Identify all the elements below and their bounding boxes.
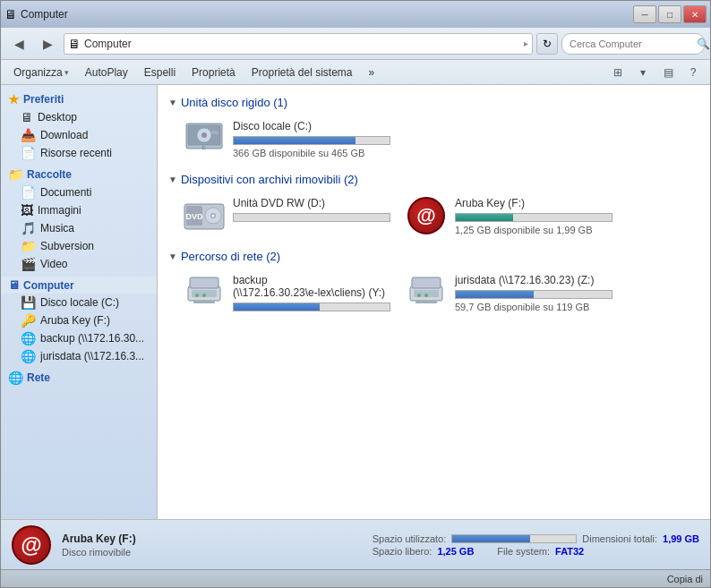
sidebar-item-label-backup: backup (\\172.16.30... — [40, 332, 144, 345]
sidebar-section-header-preferiti[interactable]: ★ Preferiti — [1, 90, 157, 108]
drive-bar-container-backup-y — [233, 303, 390, 311]
removable-arrow: ▼ — [168, 175, 177, 184]
close-button[interactable]: ✕ — [683, 5, 707, 23]
status-item-name: Aruba Key (F:) — [62, 533, 362, 545]
menu-organizza-label: Organizza — [13, 66, 63, 79]
drive-info-jurisdata-z: jurisdata (\\172.16.30.23) (Z:) 59,7 GB … — [455, 274, 612, 312]
drive-icon-jurisdata-z — [405, 274, 448, 306]
network-title: Percorso di rete (2) — [181, 250, 280, 263]
aruba-key-icon: 🔑 — [21, 313, 36, 328]
sidebar-item-desktop[interactable]: 🖥 Desktop — [1, 108, 157, 126]
aruba-img: @ — [407, 197, 445, 234]
status-used-bar-fill — [452, 535, 530, 542]
drive-item-aruba[interactable]: @ Aruba Key (F:) 1,25 GB disponibile su … — [401, 193, 616, 239]
drive-size-aruba: 1,25 GB disponibile su 1,99 GB — [455, 225, 612, 235]
menu-autoplay[interactable]: AutoPlay — [78, 64, 135, 81]
sidebar-section-label-preferiti: Preferiti — [23, 93, 64, 106]
drive-icon-backup-y — [183, 274, 226, 306]
refresh-button[interactable]: ↻ — [536, 33, 558, 55]
view-details-button[interactable]: ⊞ — [606, 63, 630, 82]
network-backup-icon-svg — [184, 274, 224, 306]
sidebar-section-header-computer[interactable]: 🖥 Computer — [1, 277, 157, 294]
drive-bar-jurisdata-z — [456, 291, 534, 298]
title-bar-left: 🖥 Computer — [4, 7, 68, 21]
documenti-icon: 📄 — [21, 185, 36, 200]
sidebar-section-header-raccolte[interactable]: 📁 Raccolte — [1, 166, 157, 183]
content-area: ▼ Unità disco rigido (1) C: — [158, 85, 710, 519]
drive-bar-container-local-c — [233, 136, 390, 145]
drive-name-local-c: Disco locale (C:) — [233, 120, 390, 132]
svg-text:DVD: DVD — [185, 212, 203, 221]
video-icon: 🎬 — [21, 257, 36, 271]
svg-rect-17 — [193, 301, 215, 303]
status-used-row: Spazio utilizzato: Dimensioni totali: 1,… — [373, 533, 699, 544]
view-controls: ⊞ ▾ ▤ ? — [606, 63, 705, 82]
menu-espelli[interactable]: Espelli — [137, 64, 183, 81]
svg-point-22 — [424, 294, 428, 297]
sidebar-section-label-raccolte: Raccolte — [27, 168, 72, 181]
desktop-icon: 🖥 — [21, 110, 33, 124]
maximize-button[interactable]: □ — [658, 5, 681, 23]
search-icon: 🔍 — [697, 38, 710, 50]
drive-icon-dvd: DVD — [183, 197, 226, 234]
drive-bar-container-aruba — [455, 213, 612, 222]
drive-info-local-c: Disco locale (C:) 366 GB disponibile su … — [233, 120, 390, 158]
drive-item-backup-y[interactable]: backup(\\172.16.30.23\e-lex\cliens) (Y:) — [179, 270, 394, 318]
toolbar: ◀ ▶ 🖥 Computer ▸ ↻ 🔍 — [1, 28, 710, 60]
sidebar-item-video[interactable]: 🎬 Video — [1, 255, 157, 273]
search-bar[interactable]: 🔍 — [561, 33, 705, 55]
sidebar-section-header-rete[interactable]: 🌐 Rete — [1, 369, 157, 387]
sidebar-item-disco-locale[interactable]: 💾 Disco locale (C:) — [1, 294, 157, 311]
menu-proprieta-sistema[interactable]: Proprietà del sistema — [244, 64, 360, 81]
sidebar-item-download[interactable]: 📥 Download — [1, 126, 157, 144]
status-details: Spazio utilizzato: Dimensioni totali: 1,… — [373, 533, 699, 557]
sidebar-item-label-desktop: Desktop — [38, 111, 77, 124]
svg-rect-14 — [190, 277, 218, 288]
status-free-label: Spazio libero: — [373, 546, 433, 557]
svg-rect-20 — [412, 277, 441, 288]
menu-autoplay-label: AutoPlay — [85, 66, 128, 79]
sidebar-item-musica[interactable]: 🎵 Musica — [1, 219, 157, 237]
sidebar-item-label-subversion: Subversion — [40, 240, 94, 252]
bottom-bar: Copia di — [1, 569, 710, 587]
menu-organizza[interactable]: Organizza ▾ — [6, 64, 76, 81]
search-input[interactable] — [570, 38, 693, 49]
view-arrow-button[interactable]: ▾ — [631, 63, 655, 82]
drive-bar-aruba — [456, 214, 513, 221]
view-help-button[interactable]: ? — [681, 63, 705, 82]
view-panel-button[interactable]: ▤ — [656, 63, 680, 82]
svg-point-3 — [201, 132, 207, 138]
drive-info-backup-y: backup(\\172.16.30.23\e-lex\cliens) (Y:) — [233, 274, 390, 314]
sidebar-item-aruba-key[interactable]: 🔑 Aruba Key (F:) — [1, 311, 157, 329]
sidebar-item-label-disco-locale: Disco locale (C:) — [40, 296, 119, 309]
drive-item-jurisdata-z[interactable]: jurisdata (\\172.16.30.23) (Z:) 59,7 GB … — [401, 270, 616, 318]
address-bar[interactable]: 🖥 Computer ▸ — [64, 33, 533, 55]
menu-more[interactable]: » — [362, 64, 382, 81]
sidebar-item-immagini[interactable]: 🖼 Immagini — [1, 201, 157, 219]
sidebar-item-risorse-recenti[interactable]: 📄 Risorse recenti — [1, 144, 157, 162]
minimize-button[interactable]: ─ — [633, 5, 656, 23]
drive-item-dvd[interactable]: DVD Unità DVD RW (D:) — [179, 193, 394, 239]
back-button[interactable]: ◀ — [6, 32, 31, 55]
menu-organizza-arrow: ▾ — [64, 68, 69, 77]
removable-section-header: ▼ Dispositivi con archivi rimovibili (2) — [168, 173, 699, 186]
sidebar-item-jurisdata[interactable]: 🌐 jurisdata (\\172.16.3... — [1, 347, 157, 365]
address-bar-text: Computer — [84, 38, 520, 50]
menu-more-label: » — [369, 66, 375, 79]
svg-point-16 — [202, 294, 206, 297]
sidebar-item-subversion[interactable]: 📁 Subversion — [1, 237, 157, 255]
immagini-icon: 🖼 — [21, 203, 33, 217]
sidebar-item-backup[interactable]: 🌐 backup (\\172.16.30... — [1, 329, 157, 347]
drive-item-local-c[interactable]: C: Disco locale (C:) 366 GB disponibile … — [179, 116, 394, 162]
menu-proprieta[interactable]: Proprietà — [184, 64, 243, 81]
menu-proprieta-sistema-label: Proprietà del sistema — [252, 66, 353, 79]
drive-name-aruba: Aruba Key (F:) — [455, 197, 612, 209]
drive-info-dvd: Unità DVD RW (D:) — [233, 197, 390, 225]
forward-button[interactable]: ▶ — [35, 32, 60, 55]
hard-disks-grid: C: Disco locale (C:) 366 GB disponibile … — [168, 116, 699, 162]
drive-info-aruba: Aruba Key (F:) 1,25 GB disponibile su 1,… — [455, 197, 612, 235]
status-thumb: @ — [12, 525, 51, 565]
sidebar-item-documenti[interactable]: 📄 Documenti — [1, 183, 157, 201]
jurisdata-icon: 🌐 — [21, 349, 36, 363]
address-bar-arrow: ▸ — [524, 38, 528, 48]
